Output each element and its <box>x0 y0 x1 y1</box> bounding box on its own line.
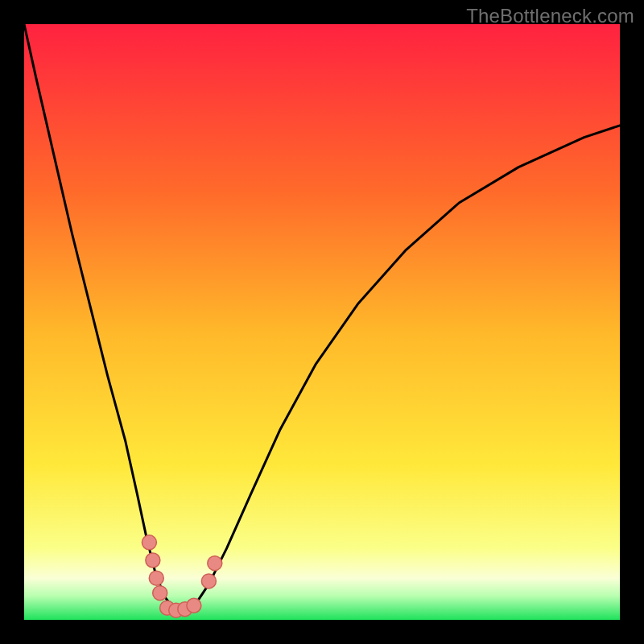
plot-area <box>24 24 620 620</box>
marker-left-cluster-1 <box>142 535 156 550</box>
marker-bottom-4 <box>187 598 201 613</box>
marker-right-cluster-2 <box>208 556 222 571</box>
marker-left-cluster-2 <box>146 553 160 568</box>
chart-svg <box>24 24 620 620</box>
chart-frame: TheBottleneck.com <box>0 0 644 644</box>
marker-right-cluster-1 <box>201 574 216 588</box>
watermark-text: TheBottleneck.com <box>466 5 634 27</box>
gradient-background <box>24 24 620 620</box>
marker-left-cluster-4 <box>153 586 167 601</box>
marker-left-cluster-3 <box>149 571 163 585</box>
